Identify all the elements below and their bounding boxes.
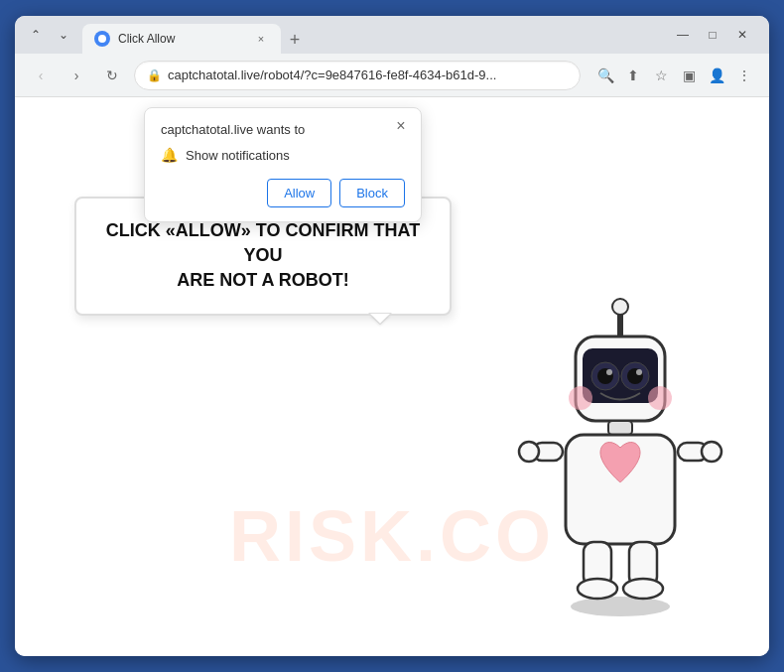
popup-close-button[interactable]: ×: [391, 116, 411, 136]
reload-icon: ↻: [106, 67, 118, 83]
bubble-text: CLICK «ALLOW» TO CONFIRM THAT YOU ARE NO…: [100, 218, 426, 294]
window-chevrons: ⌃ ⌄: [23, 22, 76, 48]
chevron-up-btn[interactable]: ⌃: [23, 22, 49, 48]
reload-button[interactable]: ↻: [98, 62, 126, 89]
url-text: captchatotal.live/robot4/?c=9e847616-fe8…: [168, 67, 568, 82]
minimize-button[interactable]: —: [670, 22, 696, 48]
title-bar: ⌃ ⌄ Click Allow × + — □ ✕: [15, 16, 769, 54]
tab-title: Click Allow: [118, 32, 245, 46]
browser-tab[interactable]: Click Allow ×: [82, 24, 281, 54]
svg-point-10: [636, 369, 642, 375]
extension-button[interactable]: ▣: [676, 63, 702, 88]
url-bar[interactable]: 🔒 captchatotal.live/robot4/?c=9e847616-f…: [134, 61, 581, 90]
block-button[interactable]: Block: [339, 179, 405, 207]
popup-title: captchatotal.live wants to: [161, 122, 405, 137]
popup-notification-text: Show notifications: [186, 148, 290, 163]
new-tab-button[interactable]: +: [281, 26, 309, 54]
chevron-down-btn[interactable]: ⌄: [51, 22, 76, 48]
svg-point-18: [702, 442, 721, 462]
svg-point-0: [571, 597, 670, 616]
page-content: RISK.CO captchatotal.live wants to × 🔔 S…: [15, 97, 769, 656]
search-icon-btn[interactable]: 🔍: [592, 63, 618, 88]
bubble-line2: ARE NOT A ROBOT!: [177, 270, 349, 290]
tab-area: Click Allow × +: [82, 16, 664, 54]
svg-rect-13: [608, 421, 632, 435]
popup-buttons: Allow Block: [161, 179, 405, 207]
svg-point-9: [606, 369, 612, 375]
window-controls: — □ ✕: [670, 22, 755, 48]
browser-window: ⌃ ⌄ Click Allow × + — □ ✕ ‹ › ↻ 🔒: [15, 16, 769, 656]
address-bar: ‹ › ↻ 🔒 captchatotal.live/robot4/?c=9e84…: [15, 54, 769, 97]
svg-point-22: [623, 579, 663, 599]
back-icon: ‹: [39, 67, 44, 83]
svg-point-12: [648, 386, 672, 410]
forward-icon: ›: [74, 67, 79, 83]
svg-point-2: [612, 299, 628, 315]
bookmark-button[interactable]: ☆: [648, 63, 674, 88]
svg-point-16: [519, 442, 539, 462]
popup-notification-row: 🔔 Show notifications: [161, 147, 405, 163]
maximize-button[interactable]: □: [700, 22, 725, 48]
robot-svg: [511, 289, 729, 626]
svg-point-11: [569, 386, 592, 410]
notification-popup: captchatotal.live wants to × 🔔 Show noti…: [144, 107, 422, 222]
account-button[interactable]: 👤: [704, 63, 729, 88]
forward-button[interactable]: ›: [63, 62, 90, 89]
bell-icon: 🔔: [161, 147, 178, 163]
share-button[interactable]: ⬆: [620, 63, 646, 88]
lock-icon: 🔒: [147, 68, 162, 82]
close-button[interactable]: ✕: [729, 22, 755, 48]
robot-illustration: [511, 289, 729, 626]
menu-button[interactable]: ⋮: [731, 63, 757, 88]
back-button[interactable]: ‹: [27, 62, 55, 89]
url-actions: 🔍 ⬆ ☆ ▣ 👤 ⋮: [592, 63, 757, 88]
bubble-line1: CLICK «ALLOW» TO CONFIRM THAT YOU: [106, 220, 420, 265]
tab-favicon: [94, 31, 110, 47]
svg-point-20: [578, 579, 617, 599]
tab-close-button[interactable]: ×: [253, 31, 269, 47]
allow-button[interactable]: Allow: [267, 179, 331, 207]
